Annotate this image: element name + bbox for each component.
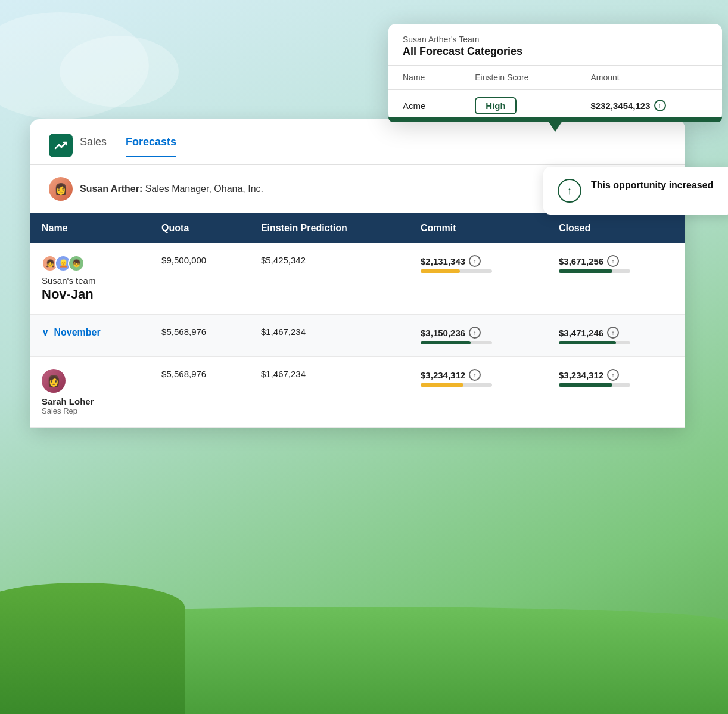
sarah-name-cell: 👩 Sarah Loher Sales Rep [30,357,150,428]
november-label[interactable]: ∨ November [42,327,101,337]
sarah-commit-amount-row: $3,234,312 ↑ [421,369,535,381]
popup-col-name: Name [388,66,461,90]
sarah-title: Sales Rep [42,406,138,415]
november-commit-arrow-icon: ↑ [469,327,481,339]
sarah-closed-cell: $3,234,312 ↑ [559,369,673,387]
tooltip-bubble: ↑ This opportunity increased [543,167,728,215]
november-closed-arrow-icon: ↑ [607,327,619,339]
table-row: 👧 👱 👦 Susan's team Nov-Jan $9,500,000 $5… [30,243,685,315]
sarah-closed: $3,234,312 ↑ [547,357,685,428]
popup-row-acme: Acme High $232,3454,123 ↑ [388,90,722,122]
table-row: ∨ November $5,568,976 $1,467,234 $3,150,… [30,315,685,357]
sarah-commit-progress-bg [421,383,492,387]
popup-col-score: Einstein Score [461,66,576,90]
team-avatars: 👧 👱 👦 [42,255,138,272]
sarah-name: Sarah Loher [42,396,138,406]
popup-amount-row: $232,3454,123 ↑ [590,100,708,111]
sarah-commit-progress-fill [421,383,463,387]
tab-sales[interactable]: Sales [80,134,107,157]
tooltip-up-arrow-icon: ↑ [558,179,581,203]
user-role: Sales Manager, Ohana, Inc. [145,184,263,194]
team-commit-cell: $2,131,343 ↑ [421,255,535,273]
sarah-commit-value: $3,234,312 [421,370,465,380]
popup-cell-amount: $232,3454,123 ↑ [576,90,722,122]
team-commit-progress-fill [421,269,460,273]
high-score-badge: High [475,97,516,114]
sarah-quota: $5,568,976 [150,357,249,428]
team-commit-amount-row: $2,131,343 ↑ [421,255,535,267]
team-commit: $2,131,343 ↑ [409,243,547,315]
november-commit-cell: $3,150,236 ↑ [421,327,535,344]
november-closed-cell: $3,471,246 ↑ [559,327,673,344]
november-einstein: $1,467,234 [249,315,409,357]
team-closed: $3,671,256 ↑ [547,243,685,315]
user-text: Susan Arther: Sales Manager, Ohana, Inc. [80,184,263,194]
chevron-down-icon: ∨ [42,327,51,337]
team-commit-progress-bg [421,269,492,273]
november-closed: $3,471,246 ↑ [547,315,685,357]
team-einstein: $5,425,342 [249,243,409,315]
user-avatar: 👩 [49,177,73,201]
november-commit: $3,150,236 ↑ [409,315,547,357]
col-name: Name [30,213,150,243]
sarah-avatar: 👩 [42,369,66,393]
popup-amount-arrow-icon: ↑ [654,100,666,111]
team-closed-cell: $3,671,256 ↑ [559,255,673,273]
november-quota: $5,568,976 [150,315,249,357]
popup-amount-value: $232,3454,123 [590,101,650,111]
sarah-closed-progress-bg [559,383,630,387]
team-closed-progress-fill [559,269,612,273]
col-commit: Commit [409,213,547,243]
popup-cell-name: Acme [388,90,461,122]
november-commit-amount-row: $3,150,236 ↑ [421,327,535,339]
sarah-closed-value: $3,234,312 [559,370,603,380]
november-name-cell: ∨ November [30,315,150,357]
team-closed-arrow-icon: ↑ [607,255,619,267]
popup-team-label: Susan Arther's Team [403,35,708,44]
november-closed-progress-fill [559,341,616,344]
november-closed-amount-row: $3,471,246 ↑ [559,327,673,339]
background-grass-left [0,583,185,714]
team-commit-arrow-icon: ↑ [469,255,481,267]
sarah-closed-arrow-icon: ↑ [607,369,619,381]
sales-card: Sales Forecasts 👩 Susan Arther: Sales Ma… [30,119,685,428]
sales-icon [49,134,73,157]
popup-header: Susan Arther's Team All Forecast Categor… [388,24,722,66]
col-quota: Quota [150,213,249,243]
popup-cell-score: High [461,90,576,122]
team-closed-progress-bg [559,269,630,273]
november-closed-progress-bg [559,341,630,344]
popup-col-amount: Amount [576,66,722,90]
forecast-popup-card: Susan Arther's Team All Forecast Categor… [388,24,722,121]
november-commit-progress-bg [421,341,492,344]
sarah-commit-arrow-icon: ↑ [469,369,481,381]
trend-icon [54,138,68,153]
team-closed-amount-row: $3,671,256 ↑ [559,255,673,267]
team-quota: $9,500,000 [150,243,249,315]
november-closed-value: $3,471,246 [559,328,603,338]
popup-triangle-pointer [548,121,562,132]
november-commit-progress-fill [421,341,471,344]
november-commit-value: $3,150,236 [421,328,465,338]
sarah-commit: $3,234,312 ↑ [409,357,547,428]
team-name-cell: 👧 👱 👦 Susan's team Nov-Jan [30,243,150,315]
team-commit-value: $2,131,343 [421,256,465,266]
table-header-row: Name Quota Einstein Prediction Commit Cl… [30,213,685,243]
forecast-table: Name Quota Einstein Prediction Commit Cl… [30,213,685,428]
table-row: 👩 Sarah Loher Sales Rep $5,568,976 $1,46… [30,357,685,428]
card-header: Sales Forecasts [30,119,685,165]
sarah-closed-progress-fill [559,383,612,387]
tab-forecasts[interactable]: Forecasts [126,134,176,157]
sarah-closed-amount-row: $3,234,312 ↑ [559,369,673,381]
col-closed: Closed [547,213,685,243]
team-period: Nov-Jan [42,287,138,302]
sarah-commit-cell: $3,234,312 ↑ [421,369,535,387]
background-cloud-2 [60,36,179,107]
user-name: Susan Arther: [80,184,142,194]
team-closed-value: $3,671,256 [559,256,603,266]
tab-bar: Sales Forecasts [80,134,176,157]
team-avatar-3: 👦 [68,255,85,272]
card-header-top: Sales Forecasts [49,134,666,157]
tooltip-text: This opportunity increased [591,179,713,192]
popup-title: All Forecast Categories [403,45,708,58]
